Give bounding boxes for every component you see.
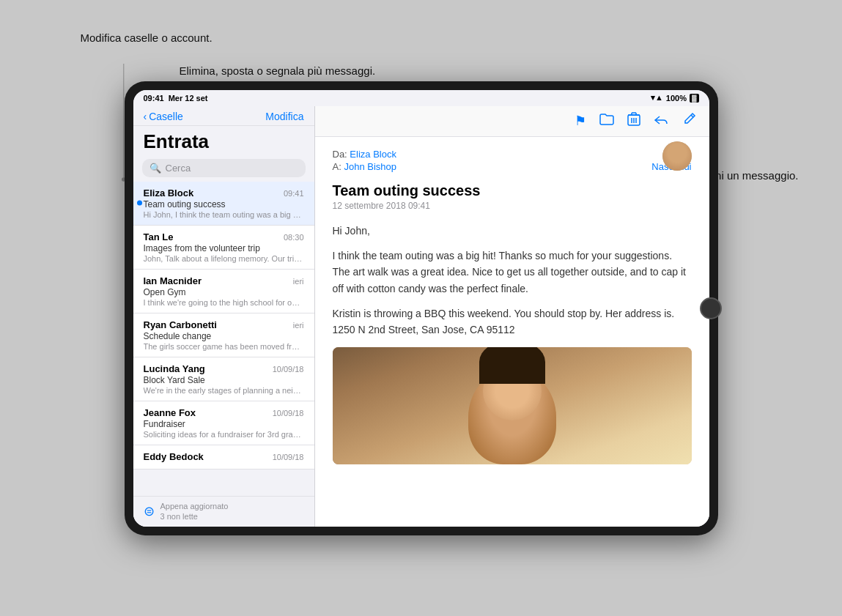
email-greeting: Hi John,	[333, 223, 692, 239]
email-item[interactable]: Eddy Bedock 10/09/18	[133, 445, 314, 470]
to-label: A:	[333, 161, 341, 172]
search-bar[interactable]: 🔍 Cerca	[142, 159, 306, 177]
search-placeholder: Cerca	[166, 163, 191, 174]
left-panel: ‹ Caselle Modifica Entrata 🔍 Cerca	[133, 106, 315, 527]
email-paragraph-1: I think the team outing was a big hit! T…	[333, 248, 692, 297]
email-preview: Hi John, I think the team outing was a b…	[144, 210, 304, 219]
email-subject: Open Gym	[144, 287, 304, 297]
email-subject: Block Yard Sale	[144, 375, 304, 385]
email-preview: John, Talk about a lifelong memory. Our …	[144, 254, 304, 263]
from-name[interactable]: Eliza Block	[350, 149, 396, 160]
reply-icon[interactable]	[654, 113, 668, 130]
battery-status: 100%	[666, 94, 687, 103]
to-name[interactable]: John Bishop	[344, 161, 396, 172]
email-item-header: Jeanne Fox 10/09/18	[144, 407, 304, 418]
email-subject-view: Team outing success	[333, 182, 692, 199]
email-from-line: Da: Eliza Block	[333, 149, 692, 160]
email-sender: Tan Le	[144, 231, 174, 242]
annotation-modifica-text: Modifica caselle o account.	[81, 31, 213, 44]
avatar-image	[662, 141, 692, 171]
left-header: ‹ Caselle Modifica	[133, 106, 314, 126]
annotation-modifica: Modifica caselle o account.	[81, 30, 213, 45]
email-date-view: 12 settembre 2018 09:41	[333, 201, 692, 211]
search-icon: 🔍	[149, 163, 161, 174]
avatar	[662, 141, 692, 171]
email-view: Da: Eliza Block A: John Bishop Nascondi …	[315, 137, 709, 527]
email-body: Hi John, I think the team outing was a b…	[333, 223, 692, 338]
email-preview: The girls soccer game has been moved fro…	[144, 342, 304, 351]
flag-icon[interactable]: ⚑	[575, 113, 586, 129]
email-sender: Lucinda Yang	[144, 363, 205, 374]
left-footer: ⊜ Appena aggiornato 3 non lette	[133, 496, 314, 527]
email-time: 08:30	[284, 233, 304, 242]
trash-icon[interactable]	[627, 112, 640, 130]
ipad-screen: 09:41 Mer 12 set ▾▲ 100% ▓ ‹	[133, 90, 709, 527]
status-bar: 09:41 Mer 12 set ▾▲ 100% ▓	[133, 90, 709, 106]
status-right: ▾▲ 100% ▓	[651, 93, 699, 103]
email-item[interactable]: Ryan Carbonetti ieri Schedule change The…	[133, 313, 314, 357]
email-time: 10/09/18	[273, 365, 304, 374]
email-subject: Images from the volunteer trip	[144, 243, 304, 253]
email-sender: Jeanne Fox	[144, 407, 196, 418]
email-subject: Fundraiser	[144, 419, 304, 429]
email-time: ieri	[293, 321, 304, 330]
email-item-header: Ryan Carbonetti ieri	[144, 319, 304, 330]
battery-icon: ▓	[690, 94, 699, 103]
right-toolbar: ⚑	[315, 106, 709, 137]
email-item[interactable]: Ian Macnider ieri Open Gym I think we're…	[133, 270, 314, 313]
email-preview: I think we're going to the high school f…	[144, 298, 304, 307]
back-button[interactable]: ‹ Caselle	[144, 111, 183, 122]
back-chevron-icon: ‹	[144, 111, 147, 122]
email-sender: Eddy Bedock	[144, 451, 204, 462]
back-label: Caselle	[149, 111, 183, 122]
email-subject: Team outing success	[144, 199, 304, 209]
email-subject: Schedule change	[144, 331, 304, 341]
email-item[interactable]: Lucinda Yang 10/09/18 Block Yard Sale We…	[133, 357, 314, 401]
compose-icon[interactable]	[682, 112, 696, 130]
footer-line1: Appena aggiornato	[160, 501, 229, 511]
email-item-header: Eliza Block 09:41	[144, 188, 304, 198]
email-attached-image	[333, 347, 692, 464]
email-paragraph-2: Kristin is throwing a BBQ this weekend. …	[333, 305, 692, 338]
annotation-elimina: Elimina, sposta o segnala più messaggi.	[180, 63, 376, 78]
email-to-line: A: John Bishop Nascondi	[333, 161, 692, 172]
email-time: 10/09/18	[273, 409, 304, 418]
email-item-header: Lucinda Yang 10/09/18	[144, 363, 304, 374]
unread-indicator	[137, 201, 142, 206]
annotation-elimina-text: Elimina, sposta o segnala più messaggi.	[180, 64, 376, 77]
email-time: 10/09/18	[273, 453, 304, 461]
footer-text: Appena aggiornato 3 non lette	[160, 501, 229, 522]
modifica-button[interactable]: Modifica	[265, 111, 303, 122]
from-label: Da:	[333, 149, 347, 160]
email-item-header: Eddy Bedock 10/09/18	[144, 451, 304, 462]
status-time: 09:41	[144, 94, 164, 103]
status-left: 09:41 Mer 12 set	[144, 94, 208, 103]
ipad-frame: 09:41 Mer 12 set ▾▲ 100% ▓ ‹	[125, 81, 718, 535]
folder-icon[interactable]	[599, 113, 614, 130]
right-panel: ⚑	[315, 106, 709, 527]
status-date: Mer 12 set	[169, 94, 208, 103]
email-time: ieri	[293, 277, 304, 286]
home-button[interactable]	[700, 297, 722, 319]
email-item-header: Ian Macnider ieri	[144, 275, 304, 286]
email-time: 09:41	[284, 189, 304, 198]
email-item[interactable]: Jeanne Fox 10/09/18 Fundraiser Solicitin…	[133, 401, 314, 445]
email-sender: Ian Macnider	[144, 275, 202, 286]
wifi-icon: ▾▲	[651, 93, 663, 103]
email-sender: Ryan Carbonetti	[144, 319, 217, 330]
mailbox-icon[interactable]: ⊜	[144, 503, 155, 519]
email-item[interactable]: Tan Le 08:30 Images from the volunteer t…	[133, 226, 314, 270]
email-preview: Soliciting ideas for a fundraiser for 3r…	[144, 430, 304, 439]
email-item-header: Tan Le 08:30	[144, 231, 304, 242]
email-item[interactable]: Eliza Block 09:41 Team outing success Hi…	[133, 182, 314, 226]
email-sender: Eliza Block	[144, 188, 194, 198]
inbox-title: Entrata	[133, 126, 314, 156]
svg-line-14	[691, 115, 693, 117]
email-list: Eliza Block 09:41 Team outing success Hi…	[133, 182, 314, 496]
main-content: ‹ Caselle Modifica Entrata 🔍 Cerca	[133, 106, 709, 527]
footer-line2: 3 non lette	[160, 511, 229, 522]
email-preview: We're in the early stages of planning a …	[144, 386, 304, 395]
